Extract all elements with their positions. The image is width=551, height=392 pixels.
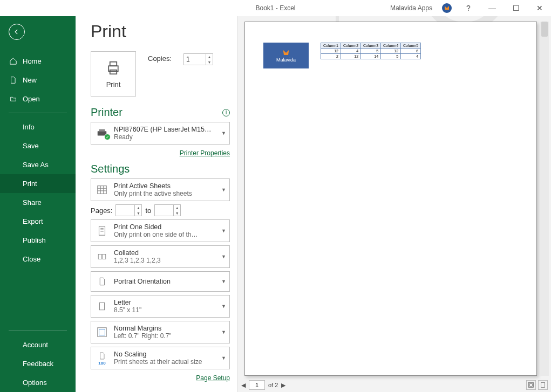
next-page-button[interactable]: ▶ <box>281 382 285 389</box>
settings-heading: Settings <box>91 163 130 175</box>
title-bar: Book1 - Excel Malavida Apps ? — ☐ ✕ <box>0 0 551 16</box>
sidebar-divider <box>9 331 67 331</box>
pages-to-spinner[interactable]: ▲▼ <box>154 204 181 216</box>
sidebar-item-share[interactable]: Share <box>0 193 76 212</box>
zoom-to-page-button[interactable] <box>538 380 548 390</box>
prev-page-button[interactable]: ◀ <box>241 382 246 389</box>
preview-table: Column1Column2Column3Column4Column512451… <box>321 43 421 59</box>
page-setup-link[interactable]: Page Setup <box>196 374 230 382</box>
pages-to-input[interactable] <box>155 205 173 216</box>
scaling-dropdown[interactable]: 100 No Scaling Print sheets at their act… <box>91 347 230 369</box>
collated-dropdown[interactable]: Collated 1,2,3 1,2,3 1,2,3 ▼ <box>91 245 230 268</box>
sidebar-label: Open <box>23 95 40 103</box>
sidebar-item-open[interactable]: Open <box>0 90 76 108</box>
show-margins-button[interactable] <box>526 380 536 390</box>
sidebar-item-publish[interactable]: Publish <box>0 231 76 250</box>
collated-icon <box>94 252 110 262</box>
chevron-down-icon: ▼ <box>221 279 226 284</box>
printer-name: NPI87607E (HP LaserJet M15… <box>114 126 217 133</box>
printer-dropdown[interactable]: ✓ NPI87607E (HP LaserJet M15… Ready ▼ <box>91 122 230 145</box>
maximize-button[interactable]: ☐ <box>509 4 523 12</box>
copies-label: Copies: <box>148 54 172 63</box>
chevron-down-icon: ▼ <box>221 254 226 259</box>
printer-icon <box>104 60 123 76</box>
open-icon <box>9 95 17 102</box>
minimize-button[interactable]: — <box>485 4 499 12</box>
sidebar-item-account[interactable]: Account <box>0 335 76 354</box>
page-total: of 2 <box>268 382 278 388</box>
table-header: Column4 <box>381 43 401 49</box>
sidebar-item-save[interactable]: Save <box>0 136 76 155</box>
sidebar-item-home[interactable]: Home <box>0 52 76 71</box>
paper-size-dropdown[interactable]: Letter 8.5" x 11" ▼ <box>91 295 230 318</box>
shield-icon <box>281 49 291 57</box>
print-button[interactable]: Print <box>91 51 136 97</box>
print-settings-pane: Print Print Copies: ▲▼ Printer i <box>76 16 237 392</box>
sheets-icon <box>94 184 110 196</box>
svg-rect-10 <box>99 129 105 132</box>
print-what-dropdown[interactable]: Print Active Sheets Only print the activ… <box>91 178 230 201</box>
svg-rect-24 <box>99 329 105 335</box>
table-header: Column3 <box>361 43 381 49</box>
pages-label: Pages: <box>91 207 112 215</box>
table-header: Column2 <box>341 43 361 49</box>
margins-icon <box>94 326 110 338</box>
print-button-label: Print <box>106 80 121 88</box>
printer-heading: Printer <box>91 106 123 119</box>
pages-from-input[interactable] <box>116 205 134 216</box>
sidebar-item-save-as[interactable]: Save As <box>0 155 76 174</box>
chevron-down-icon: ▼ <box>221 228 226 233</box>
svg-rect-20 <box>98 255 101 259</box>
printer-info-icon[interactable]: i <box>222 109 230 116</box>
preview-scrollbar[interactable] <box>540 22 549 376</box>
paper-icon <box>94 300 110 312</box>
spin-down[interactable]: ▼ <box>206 59 213 65</box>
spin-up[interactable]: ▲ <box>206 54 213 59</box>
copies-spinner[interactable]: ▲▼ <box>183 53 213 65</box>
margins-dropdown[interactable]: Normal Margins Left: 0.7" Right: 0.7" ▼ <box>91 321 230 343</box>
home-icon <box>9 57 17 65</box>
malavida-logo: Malavida <box>263 43 309 68</box>
pages-to-label: to <box>145 207 151 215</box>
new-icon <box>9 76 17 84</box>
sided-dropdown[interactable]: Print One Sided Only print on one side o… <box>91 219 230 242</box>
sidebar-item-export[interactable]: Export <box>0 212 76 231</box>
back-button[interactable] <box>9 24 25 40</box>
portrait-icon <box>94 276 110 287</box>
table-row: 2121454 <box>321 54 421 59</box>
close-window-button[interactable]: ✕ <box>533 4 547 12</box>
sidebar-item-print[interactable]: Print <box>0 174 76 193</box>
scaling-icon: 100 <box>94 351 110 366</box>
print-preview-pane: Malavida Column1Column2Column3Column4Col… <box>237 16 551 392</box>
one-sided-icon <box>94 224 110 237</box>
sidebar-item-close[interactable]: Close <box>0 250 76 269</box>
status-ok-icon: ✓ <box>104 134 111 140</box>
sidebar-item-feedback[interactable]: Feedback <box>0 354 76 373</box>
svg-rect-22 <box>100 302 105 310</box>
table-header: Column1 <box>321 43 341 49</box>
arrow-left-icon <box>13 28 21 36</box>
document-title: Book1 - Excel <box>255 4 295 12</box>
pages-from-spinner[interactable]: ▲▼ <box>115 204 142 216</box>
sidebar-item-new[interactable]: New <box>0 71 76 90</box>
sidebar-item-info[interactable]: Info <box>0 118 76 136</box>
printer-device-icon: ✓ <box>94 127 110 139</box>
sidebar-divider <box>9 113 67 113</box>
svg-rect-8 <box>110 70 117 74</box>
copies-input[interactable] <box>184 54 206 65</box>
page-number-input[interactable] <box>249 380 265 390</box>
help-button[interactable]: ? <box>461 4 475 12</box>
svg-rect-26 <box>530 384 533 387</box>
chevron-down-icon: ▼ <box>221 355 226 361</box>
malavida-badge-icon <box>442 3 452 13</box>
svg-rect-16 <box>99 226 105 236</box>
page-preview: Malavida Column1Column2Column3Column4Col… <box>244 22 537 376</box>
backstage-sidebar: Home New Open Info Save Save As Print Sh… <box>0 16 76 392</box>
orientation-dropdown[interactable]: Portrait Orientation ▼ <box>91 271 230 292</box>
svg-rect-21 <box>103 255 106 259</box>
printer-properties-link[interactable]: Printer Properties <box>180 149 230 157</box>
sidebar-label: Home <box>23 57 42 65</box>
svg-rect-27 <box>541 383 545 388</box>
sidebar-item-options[interactable]: Options <box>0 373 76 392</box>
svg-rect-25 <box>529 383 534 388</box>
